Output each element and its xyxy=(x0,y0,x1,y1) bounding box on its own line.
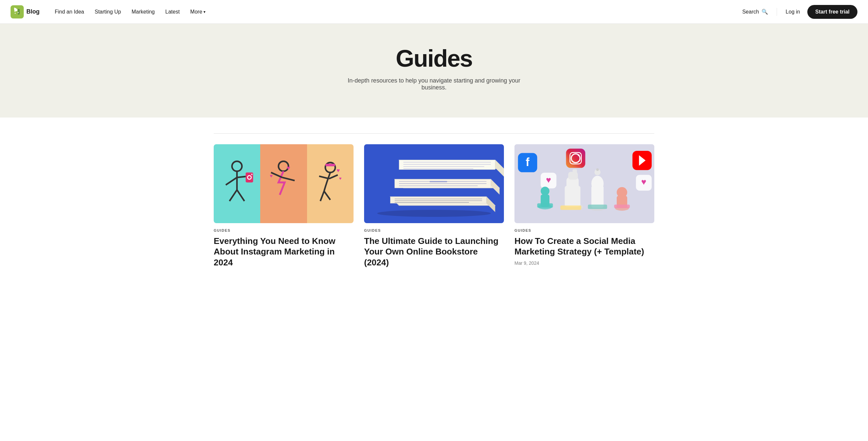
card-image-social: f xyxy=(515,144,654,223)
nav-right: Search 🔍 Log in Start free trial xyxy=(738,5,858,19)
card-title-bookstore: The Ultimate Guide to Launching Your Own… xyxy=(364,236,504,268)
svg-text:♥: ♥ xyxy=(641,177,646,187)
navbar: Blog Find an Idea Starting Up Marketing … xyxy=(0,0,868,24)
card-image-instagram: ♥ ♥ xyxy=(214,144,353,223)
card-social-media-strategy[interactable]: f xyxy=(515,144,654,268)
blog-label: Blog xyxy=(26,8,39,15)
card-category-social: GUIDES xyxy=(515,228,654,232)
svg-rect-49 xyxy=(566,149,585,168)
nav-more-label: More xyxy=(190,9,202,15)
nav-find-an-idea[interactable]: Find an Idea xyxy=(50,6,89,18)
card-instagram-marketing[interactable]: ♥ ♥ xyxy=(214,144,353,268)
card-grid: ♥ ♥ xyxy=(214,144,654,268)
svg-rect-66 xyxy=(572,169,577,175)
svg-marker-32 xyxy=(491,179,500,195)
svg-rect-22 xyxy=(325,164,335,166)
svg-line-7 xyxy=(229,190,237,201)
svg-point-71 xyxy=(596,168,599,171)
figure-icon-2: ♥ ♥ xyxy=(265,152,302,215)
card-online-bookstore[interactable]: GUIDES The Ultimate Guide to Launching Y… xyxy=(364,144,504,268)
svg-marker-26 xyxy=(487,197,495,212)
search-icon: 🔍 xyxy=(762,8,768,15)
nav-links: Find an Idea Starting Up Marketing Lates… xyxy=(50,6,738,18)
svg-point-2 xyxy=(18,12,19,13)
svg-text:f: f xyxy=(526,156,530,168)
section-divider xyxy=(214,134,654,134)
chevron-down-icon: ▾ xyxy=(204,9,206,14)
svg-text:♥: ♥ xyxy=(546,175,551,185)
social-media-illustration: f xyxy=(515,144,654,223)
svg-line-21 xyxy=(324,191,330,200)
card-title-instagram: Everything You Need to Know About Instag… xyxy=(214,236,353,268)
logo-link[interactable]: Blog xyxy=(10,5,39,19)
svg-text:♥: ♥ xyxy=(287,165,290,171)
content-area: ♥ ♥ xyxy=(203,118,665,268)
search-label: Search xyxy=(742,9,759,15)
svg-point-69 xyxy=(591,176,603,192)
svg-line-20 xyxy=(320,191,324,201)
page-title: Guides xyxy=(10,45,858,72)
search-button[interactable]: Search 🔍 xyxy=(738,6,773,18)
svg-point-11 xyxy=(251,174,253,175)
hero-subtitle: In-depth resources to help you navigate … xyxy=(335,77,533,91)
start-free-trial-button[interactable]: Start free trial xyxy=(807,5,858,19)
svg-point-3 xyxy=(232,161,242,171)
shopify-logo-icon xyxy=(10,5,24,19)
svg-rect-78 xyxy=(614,205,630,208)
figure-icon-1 xyxy=(218,152,256,215)
svg-text:♥: ♥ xyxy=(339,176,342,181)
card-title-social: How To Create a Social Media Marketing S… xyxy=(515,236,654,257)
svg-point-45 xyxy=(377,210,491,217)
svg-rect-40 xyxy=(399,160,495,170)
nav-more[interactable]: More ▾ xyxy=(186,6,210,18)
svg-point-1 xyxy=(15,12,16,13)
nav-latest[interactable]: Latest xyxy=(161,6,184,18)
nav-divider xyxy=(777,8,777,16)
nav-marketing[interactable]: Marketing xyxy=(127,6,159,18)
svg-text:♥: ♥ xyxy=(336,167,340,174)
login-button[interactable]: Log in xyxy=(781,6,805,18)
nav-starting-up[interactable]: Starting Up xyxy=(90,6,126,18)
svg-line-19 xyxy=(329,175,338,179)
svg-rect-76 xyxy=(560,206,581,210)
card-image-bookstore xyxy=(364,144,504,223)
svg-rect-75 xyxy=(537,203,553,208)
svg-point-51 xyxy=(578,154,580,156)
card-illustration-panel-3: ♥ ♥ xyxy=(307,144,353,223)
svg-rect-0 xyxy=(10,5,24,19)
svg-point-61 xyxy=(541,187,550,196)
card-illustration-panel-2: ♥ ♥ xyxy=(260,144,307,223)
svg-rect-37 xyxy=(430,181,447,182)
bookstore-illustration xyxy=(364,144,504,223)
svg-text:♥: ♥ xyxy=(270,173,273,178)
svg-line-5 xyxy=(226,177,237,185)
card-date-social: Mar 9, 2024 xyxy=(515,260,654,266)
svg-line-18 xyxy=(319,176,329,179)
svg-line-8 xyxy=(237,190,245,201)
card-illustration-panel-1 xyxy=(214,144,260,223)
figure-icon-3: ♥ ♥ xyxy=(312,152,349,215)
card-category-instagram: GUIDES xyxy=(214,228,353,232)
svg-line-14 xyxy=(282,177,295,180)
svg-point-74 xyxy=(617,187,627,198)
card-category-bookstore: GUIDES xyxy=(364,228,504,232)
hero-banner: Guides In-depth resources to help you na… xyxy=(0,24,868,118)
svg-rect-77 xyxy=(588,205,607,209)
svg-marker-39 xyxy=(495,160,504,177)
